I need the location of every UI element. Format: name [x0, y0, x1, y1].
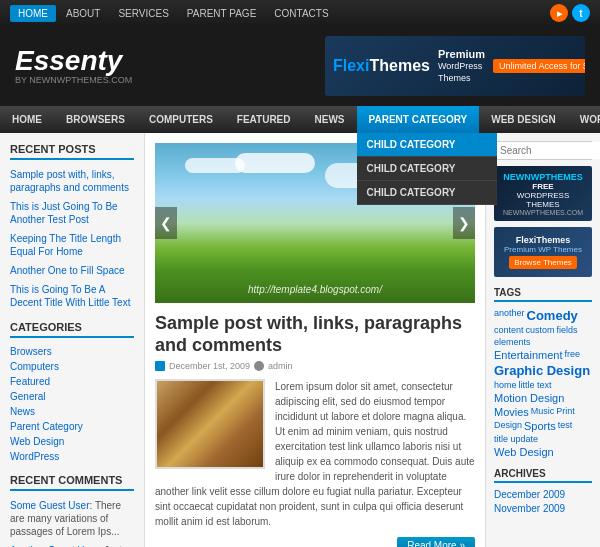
- cat-general[interactable]: General: [10, 391, 134, 402]
- categories-title: CATEGORIES: [10, 321, 134, 338]
- cat-news[interactable]: News: [10, 406, 134, 417]
- top-nav-links: HOME ABOUT SERVICES PARENT PAGE CONTACTS: [10, 5, 337, 22]
- tag-web-design[interactable]: Web Design: [494, 446, 554, 458]
- dropdown-child-1[interactable]: Child Category: [357, 133, 497, 157]
- banner-brand: FlexiThemes: [333, 57, 430, 75]
- nav-home[interactable]: HOME: [0, 106, 54, 133]
- tag-sports[interactable]: Sports: [524, 420, 556, 432]
- post-thumbnail: [155, 379, 265, 469]
- banner-wp: WordPress: [438, 61, 485, 73]
- slider-prev[interactable]: ❮: [155, 207, 177, 239]
- tag-music[interactable]: Music: [531, 406, 555, 418]
- nwp-url: NEWNWPTHEMES.COM: [503, 209, 583, 216]
- main-navigation: HOME BROWSERS COMPUTERS FEATURED NEWS PA…: [0, 106, 600, 133]
- tag-little-text[interactable]: little text: [519, 380, 552, 390]
- archive-nov-2009[interactable]: November 2009: [494, 503, 592, 514]
- banner-text: Premium WordPress Themes: [438, 47, 485, 85]
- banner-themes: Themes: [438, 73, 485, 85]
- dropdown-child-3[interactable]: Child Category: [357, 181, 497, 205]
- search-input[interactable]: [495, 142, 600, 159]
- nav-featured[interactable]: FEATURED: [225, 106, 303, 133]
- read-more-button[interactable]: Read More »: [397, 537, 475, 547]
- social-icons: ▸ t: [550, 4, 590, 22]
- site-brand: Essenty BY NEWNWPTHEMES.COM: [15, 47, 132, 85]
- dropdown-child-2[interactable]: Child Category: [357, 157, 497, 181]
- site-title: Essenty: [15, 47, 132, 75]
- recent-post-1[interactable]: Sample post with, links, paragraphs and …: [10, 168, 134, 194]
- recent-post-4[interactable]: Another One to Fill Space: [10, 264, 134, 277]
- content-area: RECENT POSTS Sample post with, links, pa…: [0, 133, 600, 547]
- commenter-1[interactable]: Some Guest User: [10, 500, 89, 511]
- post-title: Sample post with, links, paragraphs and …: [155, 313, 475, 356]
- right-sidebar: 🔍 NEWNWPTHEMES FREE WORDPRESS THEMES NEW…: [485, 133, 600, 547]
- topnav-about[interactable]: ABOUT: [58, 5, 108, 22]
- header-banner[interactable]: FlexiThemes Premium WordPress Themes Unl…: [325, 36, 585, 96]
- twitter-icon[interactable]: t: [572, 4, 590, 22]
- archive-dec-2009[interactable]: December 2009: [494, 489, 592, 500]
- tag-entertainment[interactable]: Entertainment: [494, 349, 562, 361]
- post-date: December 1st, 2009: [169, 361, 250, 371]
- tag-movies[interactable]: Movies: [494, 406, 529, 418]
- dropdown-menu: Child Category Child Category Child Cate…: [357, 133, 497, 205]
- tag-another[interactable]: another: [494, 308, 525, 323]
- tag-home[interactable]: home: [494, 380, 517, 390]
- nav-news[interactable]: NEWS: [303, 106, 357, 133]
- rss-icon[interactable]: ▸: [550, 4, 568, 22]
- recent-post-5[interactable]: This is Going To Be A Decent Title With …: [10, 283, 134, 309]
- flexi-logo: FlexiThemes: [333, 57, 430, 75]
- topnav-parent[interactable]: PARENT PAGE: [179, 5, 264, 22]
- topnav-home[interactable]: HOME: [10, 5, 56, 22]
- flexi-cta[interactable]: Browse Themes: [509, 256, 577, 269]
- nav-browsers[interactable]: BROWSERS: [54, 106, 137, 133]
- tag-graphic-design[interactable]: Graphic Design: [494, 363, 590, 378]
- cat-browsers[interactable]: Browsers: [10, 346, 134, 357]
- topnav-contacts[interactable]: CONTACTS: [266, 5, 336, 22]
- archives-title: ARCHIVES: [494, 468, 592, 483]
- tag-elements[interactable]: elements: [494, 337, 531, 347]
- nav-computers[interactable]: COMPUTERS: [137, 106, 225, 133]
- topnav-services[interactable]: SERVICES: [110, 5, 176, 22]
- nav-web-design[interactable]: WEB DESIGN: [479, 106, 567, 133]
- nwp-brand: NEWNWPTHEMES: [503, 172, 583, 182]
- banner-cta[interactable]: Unlimited Access for $19.95: [493, 59, 585, 73]
- tag-design[interactable]: Design: [494, 420, 522, 432]
- calendar-icon: [155, 361, 165, 371]
- comment-1: Some Guest User: There are many variatio…: [10, 499, 134, 538]
- top-navigation: HOME ABOUT SERVICES PARENT PAGE CONTACTS…: [0, 0, 600, 26]
- tag-title-update[interactable]: title update: [494, 434, 538, 444]
- slider-next[interactable]: ❯: [453, 207, 475, 239]
- recent-comments-title: RECENT COMMENTS: [10, 474, 134, 491]
- cat-web-design[interactable]: Web Design: [10, 436, 134, 447]
- slider-url: http://template4.blogspot.com/: [248, 284, 382, 295]
- cat-wordpress[interactable]: WordPress: [10, 451, 134, 462]
- nwp-ad[interactable]: NEWNWPTHEMES FREE WORDPRESS THEMES NEWNW…: [494, 166, 592, 221]
- nwp-wp: WORDPRESS: [517, 191, 569, 200]
- recent-posts-title: RECENT POSTS: [10, 143, 134, 160]
- recent-post-2[interactable]: This is Just Going To Be Another Test Po…: [10, 200, 134, 226]
- nwp-free: FREE: [532, 182, 553, 191]
- flexi-ad[interactable]: FlexiThemes Premium WP Themes Browse The…: [494, 227, 592, 277]
- tag-fields[interactable]: fields: [557, 325, 578, 335]
- cat-computers[interactable]: Computers: [10, 361, 134, 372]
- post-meta: December 1st, 2009 admin: [155, 361, 475, 371]
- search-box[interactable]: 🔍: [494, 141, 592, 160]
- tag-custom[interactable]: custom: [526, 325, 555, 335]
- tag-content[interactable]: content: [494, 325, 524, 335]
- cat-parent[interactable]: Parent Category: [10, 421, 134, 432]
- tag-cloud: another Comedy content custom fields ele…: [494, 308, 592, 458]
- tag-comedy[interactable]: Comedy: [527, 308, 578, 323]
- tag-free[interactable]: free: [564, 349, 580, 361]
- flexi-brand-right: FlexiThemes: [516, 235, 571, 245]
- tags-title: TAGS: [494, 287, 592, 302]
- site-header: Essenty BY NEWNWPTHEMES.COM FlexiThemes …: [0, 26, 600, 106]
- cat-featured[interactable]: Featured: [10, 376, 134, 387]
- post-author: admin: [268, 361, 293, 371]
- banner-premium: Premium: [438, 47, 485, 61]
- nwp-themes: THEMES: [526, 200, 559, 209]
- nav-parent-category[interactable]: PARENT CATEGORY Child Category Child Cat…: [357, 106, 480, 133]
- tag-motion-design[interactable]: Motion Design: [494, 392, 564, 404]
- tag-test[interactable]: test: [558, 420, 573, 432]
- recent-post-3[interactable]: Keeping The Title Length Equal For Home: [10, 232, 134, 258]
- nav-wordpress[interactable]: WORDPRESS: [568, 106, 600, 133]
- tag-print[interactable]: Print: [556, 406, 575, 418]
